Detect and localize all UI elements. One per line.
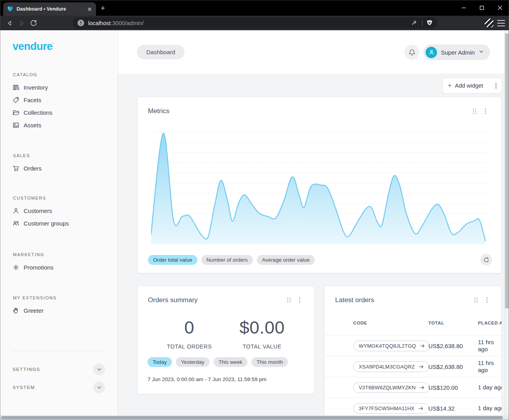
- sidebar-item-customer-groups[interactable]: Customer groups: [0, 217, 118, 229]
- browser-window: Dashboard • Vendure ✕ + ! localhost:3000…: [0, 0, 509, 420]
- forward-icon[interactable]: [16, 17, 28, 29]
- metrics-chart-area: [151, 130, 486, 244]
- tab-close-icon[interactable]: ✕: [87, 6, 92, 12]
- user-menu[interactable]: Super Admin: [423, 44, 490, 60]
- orders-summary-widget: Orders summary 0 TOTAL ORDERS $0.00 TOTA…: [137, 286, 315, 394]
- breadcrumb[interactable]: Dashboard: [137, 45, 184, 59]
- order-total: US$120.00: [428, 384, 478, 391]
- widget-title: Latest orders: [335, 296, 374, 304]
- tab-yesterday[interactable]: Yesterday: [176, 357, 210, 367]
- sidebar-item-settings[interactable]: SETTINGS: [13, 362, 105, 376]
- table-row: XSA9PD4LM3CGAQRZ US$2,638.80 11 hrs ago: [325, 356, 502, 377]
- user-icon: [13, 207, 19, 214]
- profile-avatar[interactable]: [485, 18, 494, 28]
- order-code-link[interactable]: 3FY7FSCWSHMA11HX: [353, 403, 429, 414]
- tab-this-week[interactable]: This week: [214, 357, 248, 367]
- section-header-sales: SALES: [13, 153, 118, 158]
- reload-icon[interactable]: [28, 17, 39, 29]
- vendure-favicon-icon: [7, 6, 13, 12]
- sidebar-item-collections[interactable]: Collections: [0, 106, 118, 119]
- inventory-book-icon: [13, 84, 19, 91]
- scrollbar-corner: [504, 415, 509, 420]
- brave-shield-icon[interactable]: [426, 20, 433, 26]
- user-icon: [428, 49, 435, 55]
- order-placed-at: 11 hrs ago: [478, 359, 502, 373]
- site-info-icon[interactable]: !: [77, 20, 84, 26]
- order-total: US$14.32: [428, 405, 478, 412]
- sidebar-item-customers[interactable]: Customers: [0, 204, 118, 217]
- total-value-stat: $0.00 TOTAL VALUE: [240, 317, 285, 350]
- total-orders-label: TOTAL ORDERS: [167, 343, 212, 350]
- drag-handle-icon[interactable]: [474, 297, 478, 303]
- sidebar-divider: [13, 351, 105, 351]
- refresh-icon: [483, 257, 489, 263]
- kebab-menu-icon[interactable]: [299, 297, 301, 303]
- kebab-menu-icon[interactable]: [486, 297, 488, 303]
- close-window-icon[interactable]: [491, 0, 509, 16]
- cart-icon: [13, 165, 19, 172]
- menu-icon[interactable]: [496, 19, 506, 28]
- section-header-catalog: CATALOG: [13, 72, 118, 77]
- arrow-right-icon: [418, 406, 423, 411]
- sidebar-item-greeter[interactable]: Greeter: [0, 304, 118, 317]
- sidebar-item-inventory[interactable]: Inventory: [0, 81, 118, 94]
- vertical-scrollbar-thumb[interactable]: [505, 33, 509, 308]
- date-range-text: 7 Jun 2023, 0:00:00 am - 7 Jun 2023, 11:…: [148, 376, 266, 382]
- browser-tab[interactable]: Dashboard • Vendure ✕: [3, 2, 96, 16]
- sidebar-item-promotions[interactable]: Promotions: [0, 261, 118, 273]
- vendure-logo[interactable]: vendure’: [13, 40, 118, 53]
- section-header-my-extensions: MY EXTENSIONS: [13, 295, 118, 300]
- sidebar-item-facets[interactable]: Facets: [0, 94, 118, 106]
- column-header-total: TOTAL: [428, 321, 478, 325]
- tab-strip: Dashboard • Vendure ✕ +: [0, 0, 509, 16]
- latest-orders-table: CODE TOTAL PLACED AT WYMGK4TQQ8JL2TGQ US…: [325, 321, 502, 418]
- chevron-down-icon[interactable]: [93, 381, 105, 393]
- table-header-row: CODE TOTAL PLACED AT: [325, 321, 502, 335]
- section-header-customers: CUSTOMERS: [13, 196, 118, 200]
- tab-number-of-orders[interactable]: Number of orders: [201, 255, 253, 265]
- order-placed-at: 1 day ago: [478, 384, 502, 391]
- order-code-link[interactable]: XSA9PD4LM3CGAQRZ: [353, 361, 429, 372]
- add-widget-button[interactable]: + Add widget: [443, 78, 502, 94]
- tab-average-order-value[interactable]: Average order value: [257, 255, 315, 265]
- arrow-right-icon: [419, 385, 424, 390]
- kebab-menu-icon[interactable]: [485, 108, 486, 114]
- tab-today[interactable]: Today: [148, 357, 172, 367]
- order-code-link[interactable]: WYMGK4TQQ8JL2TGQ: [353, 341, 430, 351]
- sidebar-item-orders[interactable]: Orders: [0, 162, 118, 174]
- chevron-down-icon[interactable]: [93, 363, 105, 375]
- tab-this-month[interactable]: This month: [251, 357, 288, 367]
- address-bar[interactable]: ! localhost:3000/admin/: [73, 17, 437, 29]
- tab-order-total-value[interactable]: Order total value: [148, 255, 197, 265]
- sidebar-item-system[interactable]: SYSTEM: [13, 380, 105, 394]
- metrics-widget: Metrics Order total value Number of orde…: [137, 97, 502, 273]
- widget-title: Metrics: [148, 107, 170, 115]
- bell-icon: [408, 49, 416, 56]
- notifications-button[interactable]: [404, 45, 419, 60]
- horizontal-scrollbar-thumb[interactable]: [1, 416, 503, 419]
- drag-handle-icon[interactable]: [287, 297, 291, 303]
- sidebar-item-assets[interactable]: Assets: [0, 119, 118, 131]
- kebab-menu-icon[interactable]: [495, 83, 497, 89]
- plus-icon: +: [448, 82, 452, 89]
- maximize-icon[interactable]: [473, 0, 491, 16]
- window-controls: [455, 0, 509, 16]
- order-placed-at: 1 day ago: [478, 405, 502, 412]
- horizontal-scrollbar[interactable]: [0, 415, 504, 420]
- share-icon[interactable]: [411, 20, 418, 26]
- refresh-button[interactable]: [480, 254, 492, 266]
- total-value-value: $0.00: [240, 317, 285, 338]
- drag-handle-icon[interactable]: [472, 108, 477, 114]
- new-tab-icon[interactable]: +: [101, 4, 105, 12]
- vertical-scrollbar[interactable]: [504, 30, 509, 420]
- minimize-icon[interactable]: [455, 0, 473, 16]
- vendure-admin-app: vendure’ CATALOG Inventory Facets Collec…: [0, 30, 509, 420]
- chevron-down-icon: [479, 49, 484, 56]
- total-orders-value: 0: [167, 317, 212, 338]
- order-code-link[interactable]: V3T6BW8ZQLWMYZKN: [353, 382, 430, 393]
- back-icon[interactable]: [4, 17, 16, 29]
- tab-title: Dashboard • Vendure: [17, 6, 84, 12]
- image-icon: [13, 122, 19, 128]
- order-placed-at: 11 hrs ago: [478, 339, 502, 352]
- asterisk-icon: [13, 264, 19, 271]
